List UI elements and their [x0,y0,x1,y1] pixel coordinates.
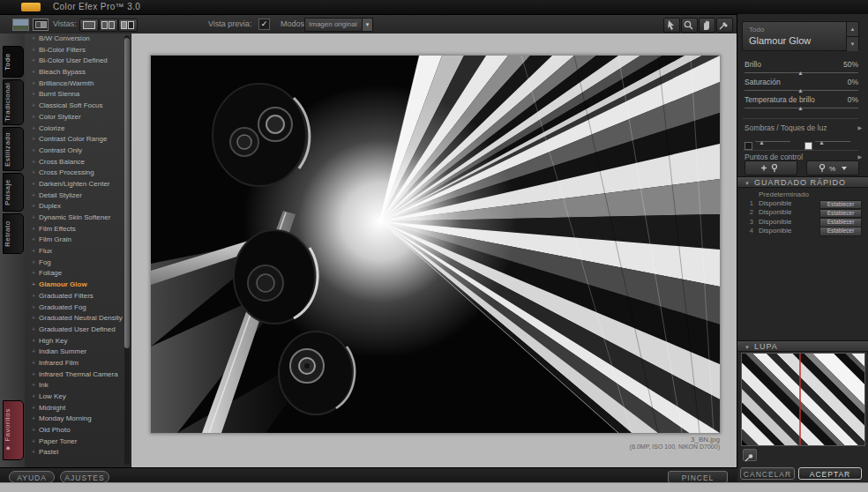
filter-item[interactable]: +B/W Conversion [25,34,131,45]
filter-item-label: Fog [39,258,51,266]
filter-item[interactable]: +Graduated Fog [25,302,131,314]
filter-item-label: Glamour Glow [39,280,87,288]
filter-item[interactable]: +Burnt Sienna [25,89,131,101]
temperatura-slider[interactable]: ▲ [745,108,858,108]
active-filter-name: Glamour Glow [749,35,811,46]
filter-bullet-icon: + [32,56,39,67]
tab-retrato[interactable]: Retrato [3,213,24,254]
filter-item[interactable]: +Film Effects [25,224,131,235]
filter-list-scrollbar[interactable] [124,35,130,465]
nik-logo [21,3,41,11]
filter-item[interactable]: +Foliage [25,268,131,280]
filter-browser-icon[interactable] [33,19,49,31]
filter-item[interactable]: +Contrast Only [25,145,131,157]
filter-item[interactable]: +Midnight [25,403,131,414]
filter-item[interactable]: +Low Key [25,391,131,403]
loupe-pin-button[interactable] [743,449,757,461]
filter-item[interactable]: +Contrast Color Range [25,134,131,145]
filter-item[interactable]: +Color Stylizer [25,112,131,123]
control-point-percent-button[interactable]: % [806,160,859,175]
filter-item[interactable]: +Bleach Bypass [25,67,131,78]
filter-item[interactable]: +Glamour Glow [25,280,131,291]
view-split-button[interactable] [99,19,118,32]
brillo-slider[interactable]: ▲ [745,72,858,73]
filter-item[interactable]: +Bi-Color Filters [25,45,131,56]
filter-bullet-icon: + [32,212,39,224]
tab-tradicional[interactable]: Tradicional [3,79,24,125]
add-control-point-button[interactable] [745,160,797,175]
zoom-tool-button[interactable] [681,18,698,33]
filter-bullet-icon: + [32,89,39,101]
filter-item[interactable]: +Bi-Color User Defined [25,56,131,67]
filter-item[interactable]: +Infrared Film [25,358,131,369]
filter-prev-button[interactable]: ▲ [847,22,858,36]
cancel-button[interactable]: CANCELAR [740,467,795,480]
filter-item[interactable]: +Darken/Lighten Center [25,179,131,190]
expand-arrow-icon[interactable]: ▶ [857,153,862,160]
help-button[interactable]: AYUDA [9,471,55,483]
filter-item[interactable]: +Dynamic Skin Softener [25,212,131,224]
filter-item[interactable]: +Classical Soft Focus [25,101,131,112]
slider-handle[interactable]: ▲ [797,87,804,93]
slider-handle[interactable]: ▲ [797,105,804,111]
filter-bullet-icon: + [32,347,39,358]
thumbnail-icon[interactable] [12,19,29,31]
tab-favoritos[interactable]: ★ Favoritos [3,400,24,460]
filter-header[interactable]: Todo Glamour Glow ▲ ▼ [742,21,859,51]
slot-status: Disponible [759,218,791,226]
pan-tool-button[interactable] [699,18,715,33]
brush-button[interactable]: PINCEL [668,471,728,483]
settings-button[interactable]: AJUSTES [60,471,109,483]
filter-item-label: Cross Balance [39,158,85,166]
vista-previa-checkbox[interactable]: ✓ [258,19,270,30]
select-tool-button[interactable] [663,18,680,33]
accept-button[interactable]: ACEPTAR [798,467,862,480]
filter-item[interactable]: +High Key [25,336,131,347]
tab-todo[interactable]: Todo [3,46,24,78]
filter-item[interactable]: +Brilliance/Warmth [25,78,131,90]
highlights-mini-slider[interactable]: ▲ [804,138,857,145]
filter-bullet-icon: + [32,235,39,246]
tab-paisaje[interactable]: Paisaje [3,173,24,212]
filter-item[interactable]: +Ink [25,380,131,391]
filter-item[interactable]: +Graduated User Defined [25,324,131,336]
filter-list-scrollbar-thumb[interactable] [124,38,130,348]
filter-item[interactable]: +Detail Stylizer [25,190,131,202]
filter-item-label: Dynamic Skin Softener [39,213,110,221]
slider-handle[interactable]: ▲ [819,139,825,145]
slider-handle[interactable]: ▲ [759,139,765,145]
filter-item[interactable]: +Cross Processing [25,168,131,179]
view-sidebyside-button[interactable] [118,19,138,32]
slider-handle[interactable]: ▲ [797,70,804,76]
filter-item[interactable]: +Pastel [25,447,131,458]
quick-save-header[interactable]: ▼GUARDADO RÁPIDO [737,176,868,188]
filter-item[interactable]: +Indian Summer [25,347,131,358]
filter-item[interactable]: +Old Photo [25,425,131,436]
loupe-preview[interactable] [741,353,865,446]
filter-item[interactable]: +Paper Toner [25,436,131,448]
background-color-tool-button[interactable] [716,18,733,33]
quick-save-slot-row: 4DisponibleEstablecer [737,227,868,235]
filter-item[interactable]: +Graduated Neutral Density [25,313,131,324]
filter-item[interactable]: +Graduated Filters [25,291,131,302]
settings-panel: Todo Glamour Glow ▲ ▼ Brillo 50% ▲ Satur… [737,14,868,481]
slot-set-button[interactable]: Establecer [819,227,862,236]
loupe-header[interactable]: ▼LUPA [737,340,868,352]
filter-item[interactable]: +Flux [25,246,131,257]
filter-item[interactable]: +Monday Morning [25,414,131,425]
tab-estilizado[interactable]: Estilizado [3,127,24,171]
filter-item[interactable]: +Cross Balance [25,157,131,168]
filter-item[interactable]: +Fog [25,257,131,269]
filter-item-label: Film Effects [39,225,76,233]
view-single-button[interactable] [79,19,99,32]
filter-item[interactable]: +Colorize [25,123,131,135]
filter-item[interactable]: +Film Grain [25,235,131,246]
modos-dropdown[interactable]: Imagen original ▼ [304,18,373,32]
quick-save-slots: 1DisponibleEstablecer2DisponibleEstablec… [737,199,868,235]
saturacion-slider[interactable]: ▲ [745,90,858,91]
filter-item[interactable]: +Duplex [25,201,131,212]
filter-next-button[interactable]: ▼ [847,36,858,51]
expand-arrow-icon[interactable]: ▶ [857,124,862,130]
filter-item[interactable]: +Infrared Thermal Camera [25,369,131,381]
shadows-mini-slider[interactable]: ▲ [745,138,797,145]
